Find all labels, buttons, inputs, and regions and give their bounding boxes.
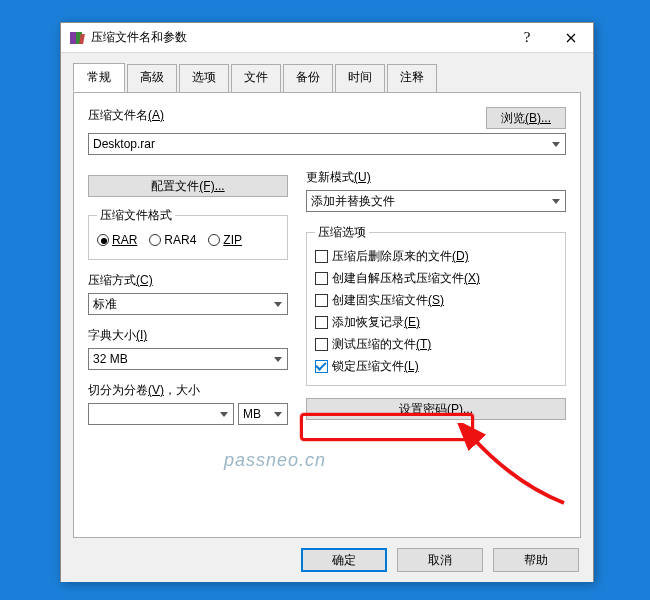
checkbox-icon bbox=[315, 294, 328, 307]
archive-filename-combobox[interactable]: Desktop.rar bbox=[88, 133, 566, 155]
annotation-arrow bbox=[454, 423, 574, 513]
format-zip-radio[interactable]: ZIP bbox=[208, 233, 242, 247]
tab-files[interactable]: 文件 bbox=[231, 64, 281, 93]
update-mode-label: 更新模式(U) bbox=[306, 169, 566, 186]
checkbox-icon bbox=[315, 250, 328, 263]
close-button[interactable] bbox=[549, 23, 593, 52]
tab-advanced[interactable]: 高级 bbox=[127, 64, 177, 93]
option-label: 锁定压缩文件(L) bbox=[332, 358, 419, 375]
profiles-button[interactable]: 配置文件(F)... bbox=[88, 175, 288, 197]
tab-time[interactable]: 时间 bbox=[335, 64, 385, 93]
help-button-bottom[interactable]: 帮助 bbox=[493, 548, 579, 572]
option-label: 创建自解压格式压缩文件(X) bbox=[332, 270, 480, 287]
option-sfx-checkbox[interactable]: 创建自解压格式压缩文件(X) bbox=[315, 270, 557, 287]
tab-general[interactable]: 常规 bbox=[73, 63, 125, 92]
set-password-button[interactable]: 设置密码(P)... bbox=[306, 398, 566, 420]
option-label: 测试压缩的文件(T) bbox=[332, 336, 431, 353]
format-rar4-radio[interactable]: RAR4 bbox=[149, 233, 196, 247]
option-label: 压缩后删除原来的文件(D) bbox=[332, 248, 469, 265]
tab-panel-general: 压缩文件名(A) 浏览(B)... Desktop.rar 配置文件(F)... bbox=[73, 92, 581, 538]
right-column: 更新模式(U) 添加并替换文件 压缩选项 压缩后删除原来的文件(D)创建自解压格… bbox=[306, 169, 566, 430]
dictionary-size-label: 字典大小(I) bbox=[88, 327, 288, 344]
chevron-down-icon bbox=[269, 404, 287, 424]
option-recovery-checkbox[interactable]: 添加恢复记录(E) bbox=[315, 314, 557, 331]
dialog-button-row: 确定 取消 帮助 bbox=[61, 538, 593, 582]
compression-method-label: 压缩方式(C) bbox=[88, 272, 288, 289]
chevron-down-icon bbox=[269, 294, 287, 314]
checkbox-icon bbox=[315, 338, 328, 351]
archiving-options-group: 压缩选项 压缩后删除原来的文件(D)创建自解压格式压缩文件(X)创建固实压缩文件… bbox=[306, 224, 566, 386]
archive-params-dialog: 压缩文件名和参数 ? 常规 高级 选项 文件 备份 时间 注释 压缩文件名(A) bbox=[60, 22, 594, 582]
checkbox-icon bbox=[315, 272, 328, 285]
split-volumes-label: 切分为分卷(V)，大小 bbox=[88, 382, 288, 399]
option-solid-checkbox[interactable]: 创建固实压缩文件(S) bbox=[315, 292, 557, 309]
close-icon bbox=[566, 33, 576, 43]
update-mode-dropdown[interactable]: 添加并替换文件 bbox=[306, 190, 566, 212]
tab-strip: 常规 高级 选项 文件 备份 时间 注释 bbox=[73, 64, 581, 93]
archive-format-legend: 压缩文件格式 bbox=[97, 207, 175, 224]
option-delete_after-checkbox[interactable]: 压缩后删除原来的文件(D) bbox=[315, 248, 557, 265]
chevron-down-icon bbox=[547, 191, 565, 211]
cancel-button[interactable]: 取消 bbox=[397, 548, 483, 572]
option-label: 添加恢复记录(E) bbox=[332, 314, 420, 331]
tab-backup[interactable]: 备份 bbox=[283, 64, 333, 93]
tab-comment[interactable]: 注释 bbox=[387, 64, 437, 93]
browse-button[interactable]: 浏览(B)... bbox=[486, 107, 566, 129]
compression-method-dropdown[interactable]: 标准 bbox=[88, 293, 288, 315]
title-bar: 压缩文件名和参数 ? bbox=[61, 23, 593, 53]
archive-format-group: 压缩文件格式 RAR RAR4 ZIP bbox=[88, 207, 288, 260]
app-icon bbox=[69, 30, 85, 46]
tabs-container: 常规 高级 选项 文件 备份 时间 注释 压缩文件名(A) 浏览(B)... bbox=[61, 53, 593, 538]
chevron-down-icon bbox=[547, 134, 565, 154]
archiving-options-legend: 压缩选项 bbox=[315, 224, 369, 241]
watermark-text: passneo.cn bbox=[224, 450, 326, 471]
left-column: 配置文件(F)... 压缩文件格式 RAR RAR4 ZI bbox=[88, 169, 288, 430]
checkbox-icon bbox=[315, 316, 328, 329]
tab-options[interactable]: 选项 bbox=[179, 64, 229, 93]
help-button[interactable]: ? bbox=[505, 23, 549, 52]
checkbox-icon bbox=[315, 360, 328, 373]
split-size-combobox[interactable] bbox=[88, 403, 234, 425]
split-unit-dropdown[interactable]: MB bbox=[238, 403, 288, 425]
window-title: 压缩文件名和参数 bbox=[91, 29, 505, 46]
option-lock-checkbox[interactable]: 锁定压缩文件(L) bbox=[315, 358, 557, 375]
option-label: 创建固实压缩文件(S) bbox=[332, 292, 444, 309]
option-test-checkbox[interactable]: 测试压缩的文件(T) bbox=[315, 336, 557, 353]
dictionary-size-dropdown[interactable]: 32 MB bbox=[88, 348, 288, 370]
filename-label: 压缩文件名(A) bbox=[88, 108, 164, 122]
ok-button[interactable]: 确定 bbox=[301, 548, 387, 572]
chevron-down-icon bbox=[215, 404, 233, 424]
format-rar-radio[interactable]: RAR bbox=[97, 233, 137, 247]
archive-filename-value: Desktop.rar bbox=[93, 137, 155, 151]
chevron-down-icon bbox=[269, 349, 287, 369]
